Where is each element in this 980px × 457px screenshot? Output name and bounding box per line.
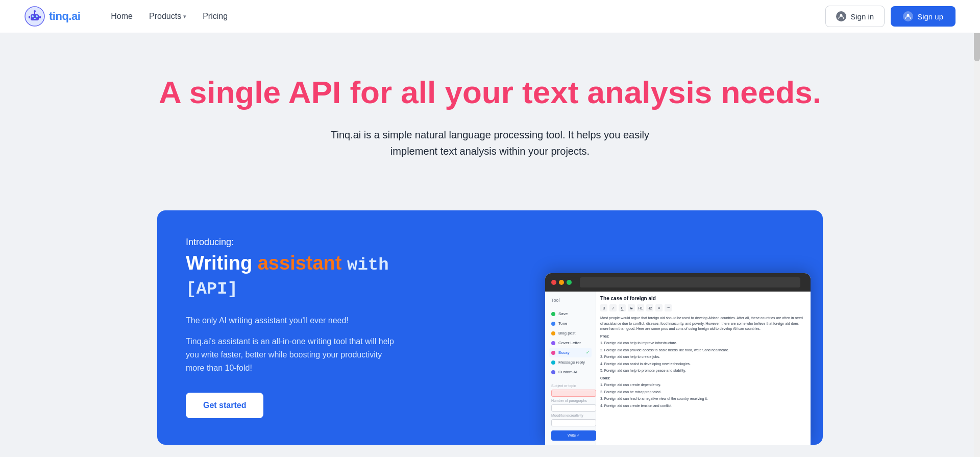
nav-links: Home Products ▾ Pricing [105,8,234,25]
nav-products-label: Products [149,12,181,21]
text-pro-3: 3. Foreign aid can help to create jobs. [600,354,806,360]
nav-products[interactable]: Products ▾ [143,8,192,25]
text-line-1: Most people would argue that foreign aid… [600,316,806,332]
get-started-button[interactable]: Get started [186,393,263,418]
browser-doc-title: The case of foreign aid [600,296,806,301]
sidebar-creativity-label: Mood/tone/creativity [551,414,590,417]
logo-icon [24,6,45,27]
sidebar-creativity-input [551,419,596,426]
toolbar-h2: H2 [646,304,653,311]
feature-desc1: The only AI writing assistant you'll eve… [186,314,394,327]
sidebar-tool-label: Tool [549,296,592,305]
chevron-down-icon: ▾ [183,13,186,20]
sidebar-write-button[interactable]: Write ✓ [551,430,596,441]
browser-toolbar [545,273,811,292]
signup-button[interactable]: Sign up [891,6,955,27]
sidebar-controls: Subject or topic Number of paragraphs Mo… [549,382,592,443]
dot-yellow [559,280,564,285]
browser-text-content: Most people would argue that foreign aid… [600,316,806,408]
sidebar-dot-save [551,312,555,316]
browser-screenshot: Tool Save Tone Blog post [545,273,811,445]
dot-green [567,280,572,285]
logo[interactable]: tinq.ai [24,6,80,27]
sidebar-item-message-label: Message reply [558,360,585,365]
sidebar-item-essay[interactable]: Essay ✓ [549,348,592,357]
nav-pricing[interactable]: Pricing [197,8,234,25]
sidebar-item-essay-label: Essay [558,350,570,355]
text-pros-header: Pros: [600,334,806,340]
text-pro-2: 2. Foreign aid can provide access to bas… [600,348,806,353]
feature-left: Introducing: Writing assistant with [API… [157,210,423,445]
sidebar-item-blogpost-label: Blog post [558,331,575,335]
svg-point-2 [32,15,34,17]
text-con-4: 4. Foreign aid can create tension and co… [600,403,806,409]
sidebar-dot-custom [551,370,555,374]
signin-user-icon [836,11,846,21]
sidebar-dot-essay [551,351,555,355]
toolbar-list: ≡ [655,304,663,311]
svg-point-3 [36,15,38,17]
sidebar-item-blogpost: Blog post [549,328,592,338]
toolbar-more: ⋯ [665,304,672,311]
text-pro-1: 1. Foreign aid can help to improve infra… [600,341,806,346]
navbar-right: Sign in Sign up [825,6,955,27]
signup-user-icon [903,11,913,21]
logo-text: tinq.ai [49,10,80,23]
svg-rect-1 [31,14,39,20]
feature-card: Introducing: Writing assistant with [API… [157,210,823,445]
sidebar-item-save-label: Save [558,311,568,316]
sidebar-item-save: Save [549,309,592,319]
sidebar-item-tone-label: Tone [558,321,567,326]
sidebar-item-tone: Tone [549,319,592,328]
sidebar-topic-select [551,390,596,397]
sidebar-dot-blogpost [551,331,555,335]
text-cons-header: Cons: [600,376,806,381]
feature-title-assistant: assistant [258,252,342,274]
toolbar-bold: B [600,304,607,311]
hero-section: A single API for all your text analysis … [133,33,847,190]
sidebar-item-coverletter: Cover Letter [549,338,592,348]
text-pro-4: 4. Foreign aid can assist in developing … [600,362,806,367]
sidebar-paragraphs-label: Number of paragraphs [551,399,590,402]
sidebar-item-custom-label: Custom AI [558,370,577,374]
signin-label: Sign in [850,12,874,21]
sidebar-item-message: Message reply [549,357,592,367]
feature-title-writing: Writing [186,252,252,274]
toolbar-italic: I [609,304,617,311]
signin-button[interactable]: Sign in [825,6,885,27]
text-pro-5: 5. Foreign aid can help to promote peace… [600,368,806,374]
svg-rect-8 [39,16,41,18]
nav-home-label: Home [111,12,133,21]
toolbar-strikethrough: S [628,304,635,311]
feature-content: Introducing: Writing assistant with [API… [186,237,394,393]
get-started-label: Get started [203,401,246,410]
svg-rect-7 [29,16,30,18]
scrollbar[interactable] [974,0,980,457]
navbar: tinq.ai Home Products ▾ Pricing Sign in [0,0,980,33]
browser-formatting-toolbar: B I U S H1 H2 ≡ ⋯ [600,304,806,311]
svg-point-6 [34,10,36,12]
signup-label: Sign up [917,12,943,21]
text-con-2: 2. Foreign aid can be misappropriated. [600,390,806,395]
toolbar-underline: U [619,304,626,311]
toolbar-h1: H1 [637,304,644,311]
sidebar-paragraphs-input [551,404,596,412]
browser-content: Tool Save Tone Blog post [545,292,811,445]
browser-dots [551,280,572,285]
feature-title: Writing assistant with [API] [186,252,394,300]
navbar-left: tinq.ai Home Products ▾ Pricing [24,6,234,27]
nav-home[interactable]: Home [105,8,139,25]
sidebar-subject-label: Subject or topic [551,384,590,388]
sidebar-check-icon: ✓ [586,350,590,355]
browser-address-bar [580,277,800,287]
text-con-1: 1. Foreign aid can create dependency. [600,382,806,388]
sidebar-item-coverletter-label: Cover Letter [558,341,581,345]
feature-section: Introducing: Writing assistant with [API… [133,210,847,445]
hero-title: A single API for all your text analysis … [157,74,823,110]
nav-pricing-label: Pricing [203,12,228,21]
browser-main-content: The case of foreign aid B I U S H1 H2 ≡ … [596,292,811,445]
text-con-3: 3. Foreign aid can lead to a negative vi… [600,396,806,402]
feature-desc2: Tinq.ai's assistant is an all-in-one wri… [186,335,394,374]
hero-subtitle: Tinq.ai is a simple natural language pro… [311,127,669,159]
dot-red [551,280,556,285]
